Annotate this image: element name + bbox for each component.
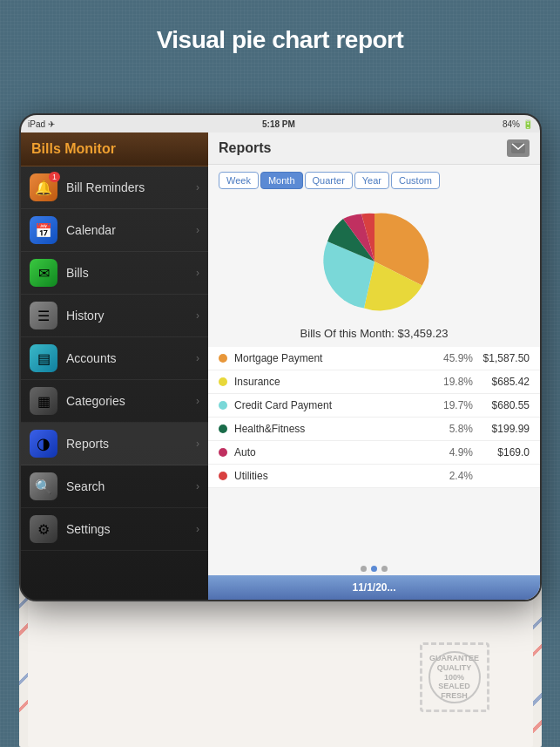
chart-label: Bills Of this Month: $3,459.23 — [208, 323, 540, 347]
chevron-icon: › — [196, 352, 199, 364]
bill-row: Mortgage Payment 45.9% $1,587.50 — [208, 347, 540, 370]
sidebar-title-prefix: Bills — [31, 141, 64, 156]
bill-percent: 2.4% — [440, 470, 473, 482]
status-time: 5:18 PM — [262, 119, 295, 129]
bill-dot — [219, 448, 227, 457]
bill-amount: $685.42 — [482, 376, 530, 388]
sidebar-item-reports[interactable]: ◑ Reports › — [21, 423, 208, 465]
reports-icon: ◑ — [30, 430, 57, 458]
bill-row: Auto 4.9% $169.0 — [208, 441, 540, 465]
bill-amount: $680.55 — [482, 399, 530, 411]
sidebar-item-history[interactable]: ☰ History › — [21, 295, 208, 337]
chevron-icon: › — [196, 181, 199, 194]
sidebar-item-bill-reminders[interactable]: 🔔 1 Bill Reminders › — [21, 166, 208, 209]
bill-row: Credit Card Payment 19.7% $680.55 — [208, 394, 540, 418]
sidebar-item-bills[interactable]: ✉ Bills › — [21, 252, 208, 295]
battery-label: 84% — [503, 119, 520, 129]
sidebar-item-accounts[interactable]: ▤ Accounts › — [21, 337, 208, 380]
bill-dot — [219, 424, 227, 433]
sidebar-item-calendar[interactable]: 📅 Calendar › — [21, 209, 208, 252]
search-icon: 🔍 — [30, 472, 57, 500]
dot-2-active — [371, 566, 377, 572]
chevron-icon: › — [196, 267, 199, 279]
bill-percent: 4.9% — [440, 446, 473, 458]
ipad-label: iPad ✈ — [28, 119, 55, 129]
sidebar-item-search[interactable]: 🔍 Search › — [21, 465, 208, 508]
chevron-icon: › — [196, 480, 199, 492]
page-dots — [208, 562, 540, 575]
sidebar-title: Bills Monitor — [31, 141, 116, 156]
sidebar-label-accounts: Accounts — [66, 351, 196, 365]
bill-row: Health&Fitness 5.8% $199.99 — [208, 418, 540, 441]
bills-list: Mortgage Payment 45.9% $1,587.50 Insuran… — [208, 347, 540, 562]
bill-percent: 19.8% — [440, 376, 473, 388]
bill-dot — [219, 354, 227, 363]
main-content: Reports Week Month Quarter Year Custom — [208, 132, 540, 600]
dot-1 — [361, 566, 367, 572]
page-title: Visual pie chart report — [0, 0, 560, 71]
accounts-icon: ▤ — [30, 344, 57, 372]
bill-name: Credit Card Payment — [234, 399, 440, 411]
bill-percent: 5.8% — [440, 423, 473, 435]
bill-name: Utilities — [234, 470, 440, 482]
bill-name: Mortgage Payment — [234, 352, 440, 364]
bill-row: Insurance 19.8% $685.42 — [208, 370, 540, 394]
tab-quarter[interactable]: Quarter — [305, 172, 353, 189]
bill-percent: 45.9% — [440, 352, 473, 364]
bill-percent: 19.7% — [440, 399, 473, 411]
bill-dot — [219, 377, 227, 386]
stamp-inner: GUARANTEE QUALITY 100% SEALED FRESH — [428, 651, 481, 703]
status-right: 84% 🔋 — [503, 119, 533, 129]
bill-dot — [219, 401, 227, 410]
app-layout: Bills Monitor 🔔 1 Bill Reminders › 📅 Cal… — [21, 132, 540, 600]
bill-name: Health&Fitness — [234, 423, 440, 435]
sidebar-label-reports: Reports — [66, 437, 196, 451]
ipad-device: iPad ✈ 5:18 PM 84% 🔋 Bills Monitor 🔔 1 B… — [19, 113, 542, 601]
date-label: 11/1/20... — [352, 581, 395, 594]
sidebar-label-search: Search — [66, 479, 196, 493]
filter-tabs: Week Month Quarter Year Custom — [208, 165, 540, 196]
chevron-icon: › — [196, 438, 199, 450]
badge-bill-reminders: 1 — [49, 172, 60, 182]
bill-name: Insurance — [234, 376, 440, 388]
categories-icon: ▦ — [30, 387, 57, 415]
bills-icon: ✉ — [30, 259, 57, 287]
calendar-icon: 📅 — [30, 216, 57, 244]
bill-amount: $169.0 — [482, 446, 530, 458]
bill-amount: $1,587.50 — [482, 352, 530, 364]
sidebar-header: Bills Monitor — [21, 132, 208, 166]
sidebar-label-calendar: Calendar — [66, 223, 196, 237]
dot-3 — [381, 566, 388, 572]
sidebar-label-bill-reminders: Bill Reminders — [66, 180, 196, 194]
bottom-bar: 11/1/20... — [208, 575, 540, 600]
chevron-icon: › — [196, 395, 199, 407]
bill-row: Utilities 2.4% — [208, 465, 540, 488]
sidebar-title-suffix: Monitor — [64, 141, 116, 156]
tab-week[interactable]: Week — [219, 172, 259, 189]
chevron-icon: › — [196, 309, 199, 322]
sidebar: Bills Monitor 🔔 1 Bill Reminders › 📅 Cal… — [21, 132, 208, 600]
sidebar-item-settings[interactable]: ⚙ Settings › — [21, 508, 208, 551]
battery-icon: 🔋 — [523, 119, 533, 129]
status-left: iPad ✈ — [28, 119, 55, 129]
tab-custom[interactable]: Custom — [391, 172, 440, 189]
sidebar-item-categories[interactable]: ▦ Categories › — [21, 380, 208, 423]
stamp: GUARANTEE QUALITY 100% SEALED FRESH — [420, 642, 489, 712]
bill-name: Auto — [234, 446, 440, 458]
sidebar-label-bills: Bills — [66, 266, 196, 280]
sidebar-label-settings: Settings — [66, 522, 196, 536]
chart-area — [208, 196, 540, 323]
chevron-icon: › — [196, 523, 199, 535]
reports-title: Reports — [219, 140, 271, 156]
status-bar: iPad ✈ 5:18 PM 84% 🔋 — [21, 115, 540, 132]
bill-dot — [219, 472, 227, 480]
tab-month[interactable]: Month — [260, 172, 303, 189]
sidebar-label-categories: Categories — [66, 394, 196, 408]
settings-icon: ⚙ — [30, 515, 57, 543]
email-icon[interactable] — [507, 139, 530, 157]
bill-amount: $199.99 — [482, 423, 530, 435]
tab-year[interactable]: Year — [354, 172, 389, 189]
sidebar-label-history: History — [66, 309, 196, 323]
history-icon: ☰ — [30, 302, 57, 329]
chevron-icon: › — [196, 224, 199, 236]
